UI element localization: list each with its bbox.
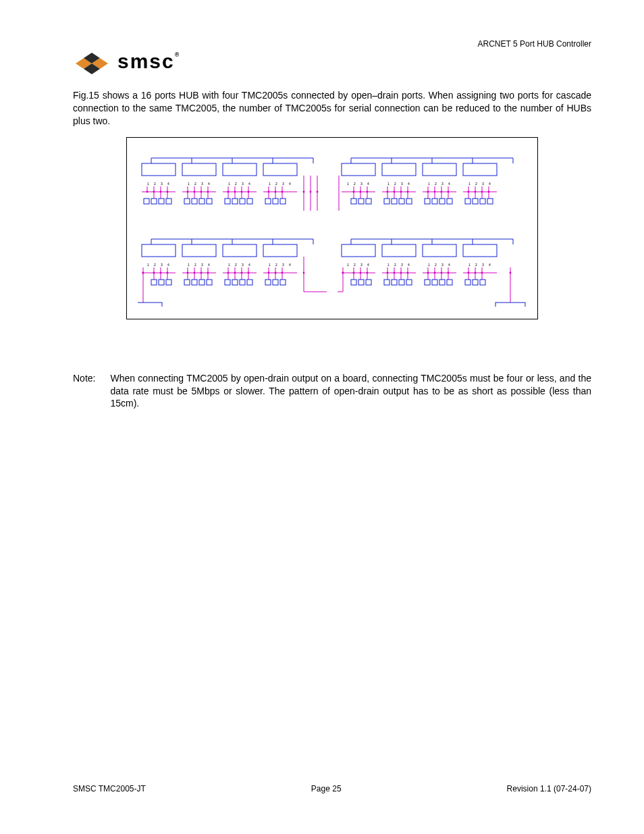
- hub-block-top-left: 1234 1234 1234 1234: [138, 151, 327, 219]
- svg-text:1: 1: [228, 263, 230, 267]
- svg-point-219: [268, 271, 270, 273]
- svg-rect-235: [382, 244, 416, 257]
- svg-text:3: 3: [242, 263, 244, 267]
- svg-rect-276: [384, 280, 390, 285]
- svg-rect-159: [142, 244, 176, 257]
- svg-text:3: 3: [360, 263, 363, 267]
- svg-point-261: [360, 271, 362, 273]
- svg-rect-153: [473, 199, 478, 204]
- svg-text:1: 1: [428, 182, 430, 186]
- svg-text:1: 1: [188, 263, 190, 267]
- svg-text:3: 3: [201, 263, 203, 267]
- svg-point-77: [303, 190, 305, 192]
- svg-text:4: 4: [367, 263, 369, 267]
- svg-point-297: [475, 271, 477, 273]
- svg-rect-188: [151, 280, 157, 285]
- svg-point-273: [400, 271, 402, 273]
- svg-rect-189: [159, 280, 164, 285]
- svg-rect-88: [463, 163, 497, 176]
- svg-text:4: 4: [208, 263, 210, 267]
- note-label: Note:: [73, 372, 95, 411]
- svg-point-212: [248, 271, 250, 273]
- svg-rect-203: [207, 280, 212, 285]
- svg-rect-291: [439, 280, 445, 285]
- svg-text:4: 4: [167, 182, 169, 186]
- svg-rect-139: [425, 199, 430, 204]
- svg-point-288: [448, 271, 450, 273]
- svg-rect-142: [447, 199, 452, 204]
- svg-text:2: 2: [354, 182, 356, 186]
- svg-point-42: [187, 190, 189, 192]
- svg-rect-224: [265, 280, 271, 285]
- svg-text:3: 3: [201, 182, 203, 186]
- logo: smsc®: [73, 49, 591, 74]
- svg-rect-292: [447, 280, 452, 285]
- svg-text:4: 4: [448, 263, 450, 267]
- figure-15: 1234 1234 1234 1234: [126, 137, 538, 319]
- port-label-row: 1234 1234 1234 1234: [147, 182, 291, 186]
- svg-text:1: 1: [428, 263, 430, 267]
- svg-point-185: [160, 271, 162, 273]
- svg-rect-115: [358, 199, 364, 204]
- svg-point-183: [153, 271, 155, 273]
- logo-mark-icon: [73, 49, 111, 74]
- svg-rect-161: [223, 244, 257, 257]
- svg-rect-302: [480, 280, 485, 285]
- svg-rect-234: [342, 244, 375, 257]
- svg-rect-37: [151, 199, 157, 204]
- svg-rect-126: [384, 199, 390, 204]
- svg-point-282: [427, 271, 429, 273]
- hub-block-bottom-right: 1234 1234 1234 1234: [338, 232, 527, 307]
- svg-rect-305: [495, 303, 525, 307]
- svg-text:3: 3: [401, 263, 403, 267]
- svg-point-134: [434, 190, 436, 192]
- svg-rect-75: [280, 199, 286, 204]
- svg-point-121: [394, 190, 396, 192]
- svg-rect-301: [473, 280, 478, 285]
- svg-rect-63: [232, 199, 238, 204]
- svg-rect-265: [358, 280, 364, 285]
- svg-text:2: 2: [275, 182, 277, 186]
- svg-text:2: 2: [354, 263, 356, 267]
- svg-text:2: 2: [394, 182, 396, 186]
- svg-text:3: 3: [282, 263, 284, 267]
- svg-rect-116: [366, 199, 371, 204]
- svg-point-197: [200, 271, 203, 273]
- svg-point-284: [434, 271, 436, 273]
- svg-point-228: [303, 271, 305, 273]
- svg-point-68: [268, 190, 270, 192]
- svg-text:4: 4: [289, 263, 291, 267]
- footer-center: Page 25: [311, 784, 342, 793]
- svg-point-145: [468, 190, 470, 192]
- svg-point-55: [227, 190, 230, 192]
- svg-point-199: [207, 271, 209, 273]
- svg-rect-155: [487, 199, 493, 204]
- svg-text:4: 4: [208, 182, 210, 186]
- svg-point-119: [387, 190, 389, 192]
- svg-rect-215: [240, 280, 245, 285]
- svg-point-269: [387, 271, 389, 273]
- svg-text:3: 3: [282, 182, 284, 186]
- svg-text:1: 1: [347, 263, 349, 267]
- svg-rect-226: [280, 280, 286, 285]
- svg-text:1: 1: [269, 182, 271, 186]
- body-paragraph: Fig.15 shows a 16 ports HUB with four TM…: [73, 89, 591, 128]
- svg-text:2: 2: [235, 263, 237, 267]
- svg-text:2: 2: [154, 182, 156, 186]
- svg-text:3: 3: [482, 263, 484, 267]
- svg-text:1: 1: [147, 263, 149, 267]
- svg-text:4: 4: [489, 182, 491, 186]
- svg-text:2: 2: [235, 182, 237, 186]
- svg-rect-10: [263, 163, 297, 176]
- svg-point-123: [400, 190, 402, 192]
- svg-rect-154: [480, 199, 485, 204]
- svg-rect-128: [399, 199, 404, 204]
- svg-text:1: 1: [228, 182, 230, 186]
- footer-left: SMSC TMC2005-JT: [73, 784, 146, 793]
- svg-text:3: 3: [161, 263, 163, 267]
- svg-point-125: [407, 190, 409, 192]
- registered-icon: ®: [175, 51, 181, 58]
- svg-rect-38: [159, 199, 164, 204]
- svg-point-59: [241, 190, 243, 192]
- svg-text:2: 2: [475, 182, 477, 186]
